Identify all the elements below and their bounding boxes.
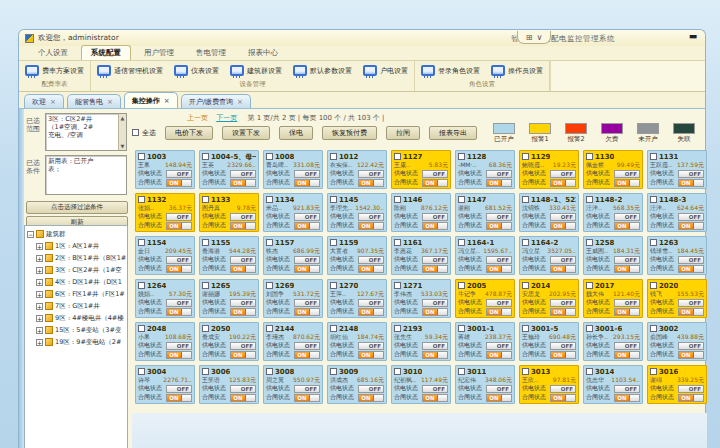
supply-off-button[interactable]: OFF [614, 213, 640, 221]
tree-item[interactable]: + 4区：D区1#井（D区1 [27, 276, 127, 288]
switch-on-button[interactable]: ON [358, 308, 384, 316]
meter-checkbox[interactable] [650, 239, 657, 246]
supply-off-button[interactable]: OFF [422, 342, 448, 350]
meter-checkbox[interactable] [586, 153, 593, 160]
tree-item[interactable]: + 9区：4#楼电井（4#楼 [27, 312, 127, 324]
switch-on-button[interactable]: ON [230, 308, 256, 316]
switch-on-button[interactable]: ON [230, 179, 256, 187]
supply-off-button[interactable]: OFF [486, 170, 512, 178]
filter-button[interactable]: 点击选择过滤条件 [26, 201, 128, 214]
expand-expander-icon[interactable]: + [36, 303, 43, 310]
document-tab[interactable]: 集控操作 × [124, 92, 178, 108]
supply-off-button[interactable]: OFF [294, 213, 320, 221]
meter-checkbox[interactable] [202, 239, 209, 246]
supply-off-button[interactable]: OFF [486, 213, 512, 221]
supply-off-button[interactable]: OFF [486, 256, 512, 264]
meter-checkbox[interactable] [458, 153, 465, 160]
menu-item[interactable]: 售电管理 [187, 46, 235, 60]
meter-checkbox[interactable] [394, 239, 401, 246]
switch-on-button[interactable]: ON [166, 179, 192, 187]
supply-off-button[interactable]: OFF [230, 170, 256, 178]
switch-on-button[interactable]: ON [486, 394, 512, 402]
meter-checkbox[interactable] [458, 325, 465, 332]
tab-close-icon[interactable]: × [107, 98, 113, 106]
meter-checkbox[interactable] [138, 153, 145, 160]
meter-checkbox[interactable] [394, 153, 401, 160]
next-page-link[interactable]: 下一页 [216, 114, 237, 122]
meter-checkbox[interactable] [586, 239, 593, 246]
tree-item[interactable]: + 1区：A区1#井 [27, 240, 127, 252]
meter-checkbox[interactable] [586, 196, 593, 203]
meter-checkbox[interactable] [330, 368, 337, 375]
switch-on-button[interactable]: ON [166, 308, 192, 316]
switch-on-button[interactable]: ON [294, 265, 320, 273]
switch-on-button[interactable]: ON [422, 394, 448, 402]
switch-on-button[interactable]: ON [294, 351, 320, 359]
switch-on-button[interactable]: ON [230, 351, 256, 359]
tree-item[interactable]: + 3区：C区2#井（1#空 [27, 264, 127, 276]
meter-checkbox[interactable] [522, 196, 529, 203]
supply-off-button[interactable]: OFF [678, 342, 704, 350]
ribbon-button[interactable]: 操作员设置 [489, 64, 545, 77]
supply-off-button[interactable]: OFF [422, 299, 448, 307]
switch-on-button[interactable]: ON [422, 222, 448, 230]
switch-on-button[interactable]: ON [166, 222, 192, 230]
supply-off-button[interactable]: OFF [166, 385, 192, 393]
tree-root[interactable]: − 建筑群 [27, 228, 127, 240]
supply-off-button[interactable]: OFF [422, 170, 448, 178]
meter-checkbox[interactable] [650, 282, 657, 289]
toolbar-button[interactable]: 拉闸 [386, 126, 420, 140]
select-all[interactable]: 全选 [132, 128, 156, 138]
meter-checkbox[interactable] [394, 368, 401, 375]
switch-on-button[interactable]: ON [678, 351, 704, 359]
supply-off-button[interactable]: OFF [678, 256, 704, 264]
switch-on-button[interactable]: ON [358, 222, 384, 230]
supply-off-button[interactable]: OFF [550, 385, 576, 393]
switch-on-button[interactable]: ON [294, 222, 320, 230]
meter-checkbox[interactable] [266, 196, 273, 203]
menu-item[interactable]: 报表中心 [239, 46, 287, 60]
meter-checkbox[interactable] [458, 368, 465, 375]
switch-on-button[interactable]: ON [614, 394, 640, 402]
switch-on-button[interactable]: ON [550, 179, 576, 187]
meter-checkbox[interactable] [394, 325, 401, 332]
switch-on-button[interactable]: ON [230, 394, 256, 402]
switch-on-button[interactable]: ON [614, 265, 640, 273]
meter-checkbox[interactable] [522, 239, 529, 246]
ribbon-button[interactable]: 登录角色设置 [419, 64, 482, 77]
meter-checkbox[interactable] [138, 368, 145, 375]
supply-off-button[interactable]: OFF [166, 213, 192, 221]
document-tab[interactable]: 开户/缴费查询 × [181, 94, 251, 108]
minimize-button[interactable]: ▬ [687, 33, 699, 42]
supply-off-button[interactable]: OFF [230, 299, 256, 307]
tree-item[interactable]: + 2区：B区1#井（B区1# [27, 252, 127, 264]
switch-on-button[interactable]: ON [678, 308, 704, 316]
menu-item[interactable]: 个人设置 [29, 46, 77, 60]
switch-on-button[interactable]: ON [422, 265, 448, 273]
switch-on-button[interactable]: ON [550, 222, 576, 230]
expand-expander-icon[interactable]: + [36, 339, 43, 346]
ribbon-button[interactable]: 费率方案设置 [23, 64, 86, 77]
tab-close-icon[interactable]: × [50, 98, 56, 106]
switch-on-button[interactable]: ON [614, 351, 640, 359]
ribbon-button[interactable]: 户电设置 [361, 64, 410, 77]
meter-checkbox[interactable] [138, 196, 145, 203]
collapse-ribbon-icon[interactable]: ∨ [536, 33, 542, 42]
supply-off-button[interactable]: OFF [550, 170, 576, 178]
supply-off-button[interactable]: OFF [358, 213, 384, 221]
supply-off-button[interactable]: OFF [678, 170, 704, 178]
supply-off-button[interactable]: OFF [358, 342, 384, 350]
meter-checkbox[interactable] [202, 282, 209, 289]
tree-item[interactable]: + 15区：5#变站（3#变 [27, 324, 127, 336]
meter-checkbox[interactable] [266, 325, 273, 332]
meter-checkbox[interactable] [266, 282, 273, 289]
supply-off-button[interactable]: OFF [678, 385, 704, 393]
switch-on-button[interactable]: ON [550, 308, 576, 316]
supply-off-button[interactable]: OFF [486, 299, 512, 307]
switch-on-button[interactable]: ON [358, 351, 384, 359]
expand-expander-icon[interactable]: + [36, 243, 43, 250]
meter-checkbox[interactable] [522, 368, 529, 375]
supply-off-button[interactable]: OFF [614, 170, 640, 178]
expand-expander-icon[interactable]: + [36, 291, 43, 298]
meter-checkbox[interactable] [586, 325, 593, 332]
